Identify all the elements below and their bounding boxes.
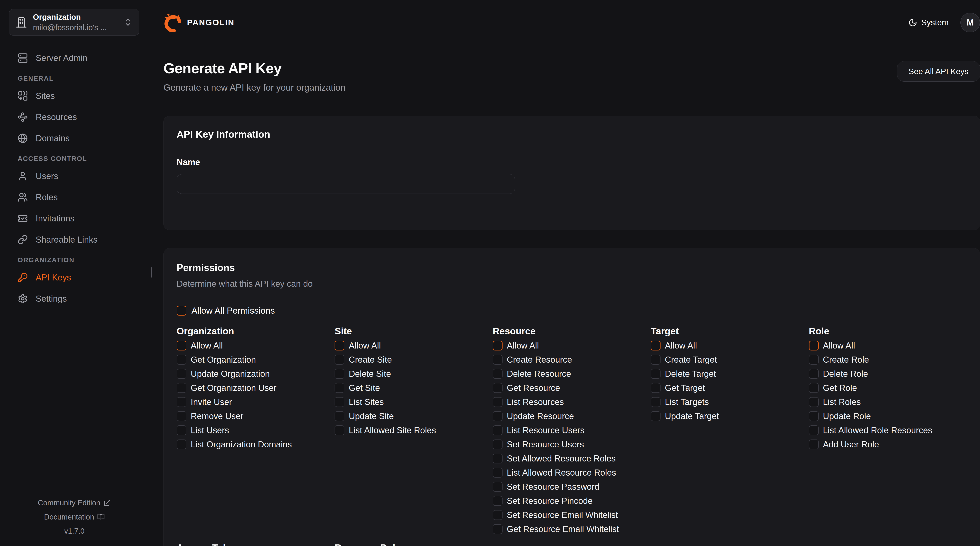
permission-row-list-sites[interactable]: List Sites: [334, 395, 384, 409]
sidebar-item-users[interactable]: Users: [18, 169, 141, 184]
community-edition-link[interactable]: Community Edition: [0, 496, 149, 510]
checkbox[interactable]: [334, 425, 344, 435]
permission-row-list-allowed-site-roles[interactable]: List Allowed Site Roles: [334, 423, 436, 437]
permission-row-set-resource-pincode[interactable]: Set Resource Pincode: [493, 494, 593, 508]
permission-row-allow-all[interactable]: Allow All: [177, 338, 223, 353]
checkbox[interactable]: [334, 397, 344, 407]
permission-row-delete-resource[interactable]: Delete Resource: [493, 367, 571, 381]
permission-row-list-allowed-resource-roles[interactable]: List Allowed Resource Roles: [493, 466, 616, 480]
checkbox[interactable]: [177, 439, 186, 449]
permission-row-set-resource-users[interactable]: Set Resource Users: [493, 437, 584, 452]
permission-row-list-targets[interactable]: List Targets: [651, 395, 709, 409]
permission-row-get-organization[interactable]: Get Organization: [177, 353, 256, 367]
permission-row-allow-all[interactable]: Allow All: [493, 338, 539, 353]
permission-row-update-role[interactable]: Update Role: [809, 409, 871, 423]
documentation-link[interactable]: Documentation: [0, 510, 149, 524]
see-all-api-keys-button[interactable]: See All API Keys: [897, 61, 980, 81]
checkbox[interactable]: [177, 383, 186, 393]
permission-row-update-target[interactable]: Update Target: [651, 409, 719, 423]
pangolin-logo[interactable]: PANGOLIN: [164, 13, 235, 32]
checkbox[interactable]: [177, 425, 186, 435]
checkbox[interactable]: [651, 341, 660, 350]
theme-toggle[interactable]: System: [908, 18, 949, 27]
checkbox[interactable]: [177, 397, 186, 407]
permission-row-get-organization-user[interactable]: Get Organization User: [177, 381, 277, 395]
sidebar-item-domains[interactable]: Domains: [18, 131, 141, 146]
permission-row-invite-user[interactable]: Invite User: [177, 395, 232, 409]
checkbox[interactable]: [651, 411, 660, 421]
checkbox[interactable]: [493, 524, 503, 534]
permission-row-allow-all[interactable]: Allow All: [334, 338, 381, 353]
checkbox[interactable]: [493, 411, 503, 421]
permission-row-create-resource[interactable]: Create Resource: [493, 353, 572, 367]
checkbox[interactable]: [493, 341, 503, 350]
checkbox[interactable]: [651, 355, 660, 365]
permission-row-get-target[interactable]: Get Target: [651, 381, 705, 395]
permission-row-delete-site[interactable]: Delete Site: [334, 367, 391, 381]
permission-row-get-role[interactable]: Get Role: [809, 381, 857, 395]
checkbox[interactable]: [177, 369, 186, 379]
permission-row-create-site[interactable]: Create Site: [334, 353, 392, 367]
checkbox[interactable]: [493, 355, 503, 365]
permission-row-remove-user[interactable]: Remove User: [177, 409, 243, 423]
sidebar-item-settings[interactable]: Settings: [18, 291, 141, 306]
checkbox[interactable]: [809, 369, 819, 379]
permission-row-get-site[interactable]: Get Site: [334, 381, 380, 395]
checkbox[interactable]: [334, 341, 344, 350]
checkbox[interactable]: [809, 425, 819, 435]
checkbox[interactable]: [334, 369, 344, 379]
permission-row-update-site[interactable]: Update Site: [334, 409, 394, 423]
checkbox[interactable]: [177, 411, 186, 421]
permission-row-set-resource-password[interactable]: Set Resource Password: [493, 480, 599, 494]
checkbox[interactable]: [651, 397, 660, 407]
permission-row-allow-all[interactable]: Allow All: [651, 338, 697, 353]
checkbox[interactable]: [809, 383, 819, 393]
sidebar-item-invitations[interactable]: Invitations: [18, 211, 141, 226]
checkbox[interactable]: [809, 341, 819, 350]
permission-row-add-user-role[interactable]: Add User Role: [809, 437, 879, 452]
checkbox[interactable]: [177, 341, 186, 350]
sidebar-item-sites[interactable]: Sites: [18, 88, 141, 103]
permission-row-delete-role[interactable]: Delete Role: [809, 367, 868, 381]
permission-row-get-resource-email-whitelist[interactable]: Get Resource Email Whitelist: [493, 522, 619, 536]
avatar[interactable]: M: [960, 13, 980, 32]
permission-row-list-organization-domains[interactable]: List Organization Domains: [177, 437, 292, 452]
permission-row-create-target[interactable]: Create Target: [651, 353, 717, 367]
checkbox[interactable]: [493, 425, 503, 435]
permission-row-allow-all[interactable]: Allow All: [809, 338, 855, 353]
checkbox[interactable]: [809, 355, 819, 365]
permission-row-list-roles[interactable]: List Roles: [809, 395, 861, 409]
checkbox[interactable]: [334, 383, 344, 393]
checkbox[interactable]: [493, 383, 503, 393]
name-input[interactable]: [177, 174, 515, 194]
checkbox[interactable]: [493, 439, 503, 449]
checkbox[interactable]: [334, 355, 344, 365]
permission-row-list-users[interactable]: List Users: [177, 423, 229, 437]
sidebar-item-resources[interactable]: Resources: [18, 110, 141, 125]
checkbox[interactable]: [651, 383, 660, 393]
permission-row-list-allowed-role-resources[interactable]: List Allowed Role Resources: [809, 423, 932, 437]
permission-row-create-role[interactable]: Create Role: [809, 353, 869, 367]
permission-row-set-resource-email-whitelist[interactable]: Set Resource Email Whitelist: [493, 508, 618, 522]
checkbox[interactable]: [651, 369, 660, 379]
checkbox[interactable]: [493, 369, 503, 379]
permission-row-delete-target[interactable]: Delete Target: [651, 367, 716, 381]
checkbox[interactable]: [809, 397, 819, 407]
permission-row-update-organization[interactable]: Update Organization: [177, 367, 270, 381]
sidebar-item-shareable-links[interactable]: Shareable Links: [18, 232, 141, 247]
checkbox[interactable]: [334, 411, 344, 421]
checkbox[interactable]: [493, 482, 503, 492]
permission-row-get-resource[interactable]: Get Resource: [493, 381, 560, 395]
checkbox[interactable]: [177, 355, 186, 365]
permission-row-list-resources[interactable]: List Resources: [493, 395, 564, 409]
checkbox[interactable]: [493, 453, 503, 463]
checkbox[interactable]: [493, 468, 503, 477]
permission-row-list-resource-users[interactable]: List Resource Users: [493, 423, 584, 437]
checkbox[interactable]: [493, 510, 503, 520]
sidebar-item-server-admin[interactable]: Server Admin: [18, 51, 141, 65]
permission-row-set-allowed-resource-roles[interactable]: Set Allowed Resource Roles: [493, 452, 616, 466]
org-picker[interactable]: Organization milo@fossorial.io's ...: [9, 9, 139, 36]
allow-all-permissions-checkbox[interactable]: [177, 306, 186, 316]
checkbox[interactable]: [809, 411, 819, 421]
sidebar-item-api-keys[interactable]: API Keys: [18, 270, 141, 285]
